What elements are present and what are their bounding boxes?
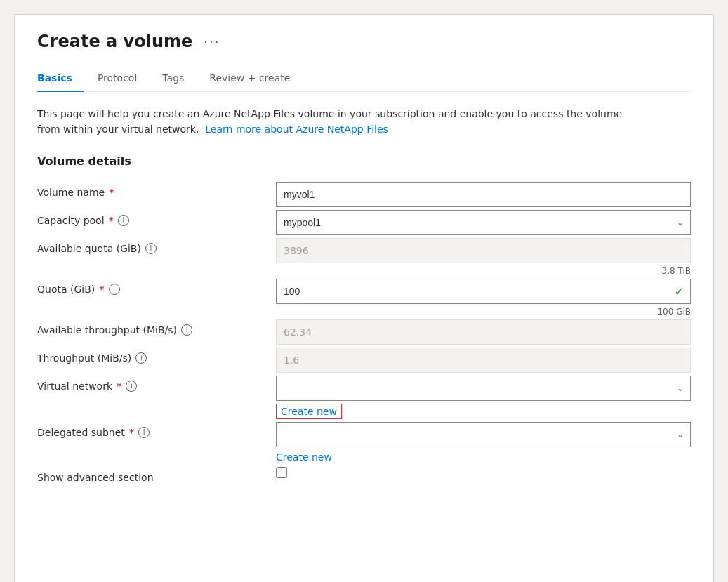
- delegated-subnet-select-wrapper: ⌄: [276, 422, 691, 447]
- available-throughput-row: Available throughput (MiB/s) i 62.34: [37, 319, 691, 345]
- available-throughput-control: 62.34: [276, 319, 691, 345]
- virtual-network-select[interactable]: [276, 376, 691, 401]
- quota-label: Quota (GiB) * i: [37, 279, 276, 295]
- available-quota-label: Available quota (GiB) i: [37, 238, 276, 254]
- section-title: Volume details: [37, 154, 691, 168]
- available-quota-row: Available quota (GiB) i 3896 3.8 TiB: [37, 238, 691, 276]
- volume-name-label: Volume name *: [37, 182, 276, 198]
- virtual-network-extra: Create new: [276, 404, 691, 419]
- required-indicator: *: [109, 187, 114, 198]
- capacity-pool-row: Capacity pool * i mypool1 ⌄: [37, 210, 691, 235]
- available-quota-control: 3896 3.8 TiB: [276, 238, 691, 276]
- quota-control: ✓ 100 GiB: [276, 279, 691, 317]
- delegated-subnet-row: Delegated subnet * i ⌄ Create new: [37, 422, 691, 464]
- required-indicator: *: [129, 427, 134, 438]
- available-throughput-info-icon[interactable]: i: [181, 324, 192, 336]
- required-indicator: *: [117, 381, 121, 392]
- tab-basics[interactable]: Basics: [37, 65, 84, 92]
- tab-review-create[interactable]: Review + create: [209, 65, 301, 92]
- delegated-subnet-create-new-link[interactable]: Create new: [276, 450, 332, 464]
- delegated-subnet-label: Delegated subnet * i: [37, 422, 276, 438]
- volume-name-control: [276, 182, 691, 207]
- show-advanced-checkbox[interactable]: [276, 467, 287, 478]
- throughput-control: 1.6: [276, 348, 691, 373]
- capacity-pool-control: mypool1 ⌄: [276, 210, 691, 235]
- delegated-subnet-select[interactable]: [276, 422, 691, 447]
- quota-info-icon[interactable]: i: [109, 284, 120, 295]
- volume-name-row: Volume name *: [37, 182, 691, 207]
- available-quota-helper: 3.8 TiB: [276, 266, 691, 276]
- page-title: Create a volume: [37, 32, 192, 51]
- create-volume-panel: Create a volume ··· Basics Protocol Tags…: [14, 14, 714, 582]
- capacity-pool-select[interactable]: mypool1: [276, 210, 691, 235]
- available-quota-value: 3896: [276, 238, 691, 263]
- tab-bar: Basics Protocol Tags Review + create: [37, 65, 691, 92]
- quota-input-wrapper: ✓: [276, 279, 691, 304]
- panel-header: Create a volume ···: [37, 32, 691, 51]
- throughput-value: 1.6: [276, 348, 691, 373]
- virtual-network-label: Virtual network * i: [37, 376, 276, 392]
- tab-protocol[interactable]: Protocol: [98, 65, 148, 92]
- throughput-label: Throughput (MiB/s) i: [37, 348, 276, 364]
- available-throughput-label: Available throughput (MiB/s) i: [37, 319, 276, 336]
- available-throughput-value: 62.34: [276, 319, 691, 345]
- learn-more-link[interactable]: Learn more about Azure NetApp Files: [205, 124, 388, 135]
- throughput-info-icon[interactable]: i: [135, 352, 147, 364]
- virtual-network-row: Virtual network * i ⌄ Create new: [37, 376, 691, 419]
- delegated-subnet-control: ⌄ Create new: [276, 422, 691, 464]
- available-quota-info-icon[interactable]: i: [145, 243, 157, 254]
- virtual-network-info-icon[interactable]: i: [126, 381, 137, 392]
- quota-helper: 100 GiB: [276, 307, 691, 317]
- tab-tags[interactable]: Tags: [162, 65, 195, 92]
- virtual-network-control: ⌄ Create new: [276, 376, 691, 419]
- throughput-row: Throughput (MiB/s) i 1.6: [37, 348, 691, 373]
- capacity-pool-select-wrapper: mypool1 ⌄: [276, 210, 691, 235]
- capacity-pool-info-icon[interactable]: i: [118, 215, 129, 226]
- page-description: This page will help you create an Azure …: [37, 106, 641, 138]
- required-indicator: *: [109, 215, 114, 226]
- delegated-subnet-info-icon[interactable]: i: [138, 427, 150, 438]
- show-advanced-control: [276, 467, 691, 478]
- show-advanced-label: Show advanced section: [37, 467, 276, 483]
- virtual-network-create-new-link[interactable]: Create new: [276, 404, 342, 419]
- capacity-pool-label: Capacity pool * i: [37, 210, 276, 226]
- more-options-button[interactable]: ···: [204, 34, 220, 49]
- delegated-subnet-extra: Create new: [276, 450, 691, 464]
- virtual-network-select-wrapper: ⌄: [276, 376, 691, 401]
- quota-valid-icon: ✓: [675, 284, 684, 298]
- quota-row: Quota (GiB) * i ✓ 100 GiB: [37, 279, 691, 317]
- show-advanced-row: Show advanced section: [37, 467, 691, 492]
- volume-name-input[interactable]: [276, 182, 691, 207]
- required-indicator: *: [99, 284, 104, 295]
- quota-input[interactable]: [276, 279, 691, 304]
